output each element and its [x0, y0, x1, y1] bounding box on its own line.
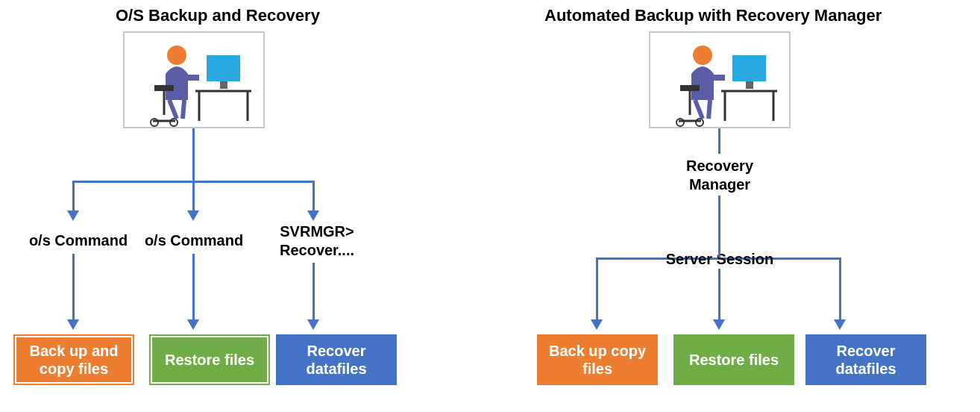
arrowhead-down-icon [187, 319, 199, 330]
left-cmd2-label: o/s Command [142, 231, 246, 250]
connector [192, 128, 195, 181]
svg-rect-2 [207, 55, 240, 81]
left-cmd3-label: SVRMGR> Recover.... [261, 222, 373, 260]
connector [718, 269, 720, 321]
connector [312, 181, 315, 212]
arrowhead-down-icon [713, 319, 725, 330]
connector [839, 258, 841, 321]
arrowhead-down-icon [591, 319, 603, 330]
connector [312, 263, 315, 321]
left-box-recover: Recover datafiles [276, 334, 397, 385]
right-box-backup: Back up copy files [537, 334, 658, 385]
person-at-desk-icon [650, 33, 792, 130]
svg-point-0 [167, 46, 186, 65]
right-title: Automated Backup with Recovery Manager [544, 6, 882, 25]
arrowhead-down-icon [307, 319, 319, 330]
svg-point-12 [693, 46, 712, 65]
right-box-recover: Recover datafiles [805, 334, 926, 385]
svg-rect-3 [220, 81, 227, 89]
left-user-illustration [123, 31, 265, 128]
connector [783, 258, 841, 260]
right-box-restore: Restore files [673, 334, 794, 385]
connector [192, 181, 195, 212]
connector [72, 254, 75, 321]
left-box-backup: Back up and copy files [13, 334, 134, 385]
svg-rect-15 [746, 81, 753, 89]
svg-rect-19 [680, 85, 700, 91]
connector [718, 196, 720, 248]
arrowhead-down-icon [67, 319, 79, 330]
arrowhead-down-icon [187, 210, 199, 221]
svg-rect-1 [178, 75, 199, 81]
left-cmd1-label: o/s Command [26, 231, 131, 250]
svg-rect-13 [704, 75, 725, 81]
left-title: O/S Backup and Recovery [116, 6, 320, 25]
left-box-restore: Restore files [149, 334, 270, 385]
arrowhead-down-icon [307, 210, 319, 221]
connector [596, 258, 598, 321]
svg-rect-14 [732, 55, 766, 81]
right-user-illustration [649, 31, 791, 128]
arrowhead-down-icon [834, 319, 846, 330]
connector [192, 254, 195, 321]
connector [718, 128, 720, 154]
arrowhead-down-icon [67, 210, 79, 221]
recovery-manager-label: Recovery Manager [671, 157, 768, 194]
connector [72, 181, 75, 212]
connector [596, 258, 656, 260]
person-at-desk-icon [125, 33, 266, 130]
svg-rect-7 [154, 85, 174, 91]
connector [718, 248, 720, 258]
